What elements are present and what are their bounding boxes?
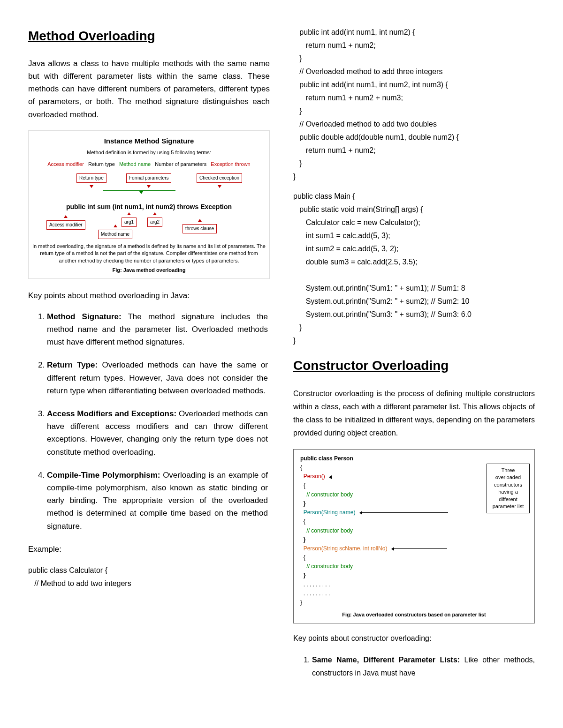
- ctor-keypoint-title: Same Name, Different Parameter Lists:: [312, 656, 460, 664]
- legend-params: Number of parameters: [155, 161, 206, 167]
- box-formal-params: Formal parameters: [126, 173, 171, 183]
- legend-access: Access modifier: [47, 161, 84, 167]
- box-arg2: arg2: [147, 218, 162, 227]
- ctor-1: Person(): [304, 473, 325, 480]
- ctor-class-decl: public class Person: [300, 455, 353, 462]
- arrow-left-icon: [329, 477, 342, 477]
- connector-line: [342, 477, 450, 477]
- legend-name: Method name: [119, 161, 151, 167]
- arrow-left-icon: [392, 548, 405, 549]
- keypoints-list: Method Signature: The method signature i…: [47, 310, 270, 533]
- keypoint-title: Method Signature:: [47, 312, 122, 321]
- code-block-start: public class Calculator { // Method to a…: [28, 564, 270, 590]
- ctor-dots: . . . . . . . . .: [304, 581, 330, 588]
- ctor-2: Person(String name): [304, 509, 356, 516]
- signature-svg-area: Return type Formal parameters Checked ex…: [32, 173, 266, 239]
- constructor-diagram: Three overloaded constructors having a d…: [293, 449, 535, 623]
- two-column-layout: Method Overloading Java allows a class t…: [28, 26, 535, 685]
- example-label: Example:: [28, 543, 270, 555]
- keypoint-item: Method Signature: The method signature i…: [47, 310, 270, 349]
- legend-exception: Exception thrown: [211, 161, 250, 167]
- code-block-main: public class Main { public static void m…: [293, 190, 535, 347]
- diagram-legend: Access modifier Return type Method name …: [32, 160, 266, 169]
- keypoint-item: Return Type: Overloaded methods can have…: [47, 359, 270, 397]
- box-access-modifier: Access modifier: [46, 220, 85, 230]
- ctor-keypoints-list: Same Name, Different Parameter Lists: Li…: [312, 653, 535, 680]
- box-method-name: Method name: [98, 230, 132, 239]
- connector-line: [405, 548, 447, 549]
- arrow-left-icon: [360, 512, 373, 513]
- keypoints-intro: Key points about method overloading in J…: [28, 289, 270, 302]
- code-block-calculator: public int add(int num1, int num2) { ret…: [293, 26, 535, 183]
- diagram-title: Instance Method Signature: [32, 135, 266, 147]
- green-span-line: [103, 190, 175, 191]
- heading-constructor-overloading: Constructor Overloading: [293, 354, 535, 377]
- keypoint-item: Compile-Time Polymorphism: Overloading i…: [47, 469, 270, 533]
- connector-line: [373, 512, 448, 513]
- ctor-keypoints-intro: Key points about constructor overloading…: [293, 632, 535, 645]
- heading-method-overloading: Method Overloading: [28, 26, 270, 47]
- legend-return: Return type: [88, 161, 115, 167]
- right-column: public int add(int num1, int num2) { ret…: [293, 26, 535, 685]
- diagram-subtitle: Method definition is formed by using 5 f…: [32, 149, 266, 157]
- method-signature-diagram: Instance Method Signature Method definit…: [28, 130, 270, 279]
- box-arg1: arg1: [122, 218, 137, 227]
- green-arrow-icon: [139, 191, 143, 194]
- ctor-body-comment: // constructor body: [306, 491, 353, 498]
- ctor-body-comment: // constructor body: [306, 527, 353, 534]
- ctor-keypoint-item: Same Name, Different Parameter Lists: Li…: [312, 653, 535, 680]
- ctor-3: Person(String scName, int rollNo): [304, 545, 388, 552]
- diagram-figure-label: Fig: Java method overloading: [32, 266, 266, 275]
- signature-line: public int sum (int num1, int num2) thro…: [32, 202, 266, 212]
- keypoint-title: Return Type:: [47, 360, 98, 369]
- constructor-intro: Constructor overloading is the process o…: [293, 387, 535, 440]
- keypoint-title: Compile-Time Polymorphism:: [47, 471, 160, 480]
- constructor-code-body: public class Person { Person() { // cons…: [300, 454, 476, 607]
- keypoint-title: Access Modifiers and Exceptions:: [47, 409, 176, 418]
- keypoint-item: Access Modifiers and Exceptions: Overloa…: [47, 407, 270, 458]
- left-column: Method Overloading Java allows a class t…: [28, 26, 270, 685]
- box-return-type: Return type: [76, 173, 107, 183]
- constructor-side-note: Three overloaded constructors having a d…: [487, 464, 530, 513]
- ctor-body-comment: // constructor body: [306, 563, 353, 570]
- intro-paragraph: Java allows a class to have multiple met…: [28, 57, 270, 121]
- box-throws-clause: throws clause: [183, 224, 217, 233]
- diagram-caption: In method overloading, the signature of …: [32, 243, 266, 264]
- ctor-dots: . . . . . . . . .: [304, 590, 330, 597]
- constructor-figure-label: Fig: Java overloaded constructors based …: [300, 611, 528, 619]
- box-checked-exception: Checked exception: [197, 173, 242, 183]
